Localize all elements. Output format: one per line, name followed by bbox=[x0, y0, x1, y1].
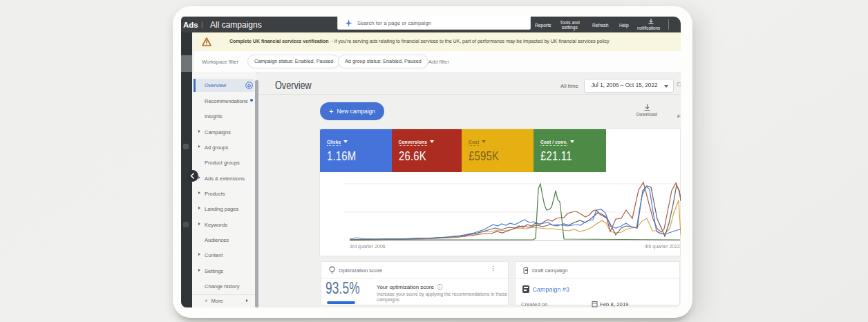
svg-text:3rd quarter 2006: 3rd quarter 2006 bbox=[350, 244, 386, 249]
svg-text:4th quarter 2022: 4th quarter 2022 bbox=[645, 244, 680, 249]
